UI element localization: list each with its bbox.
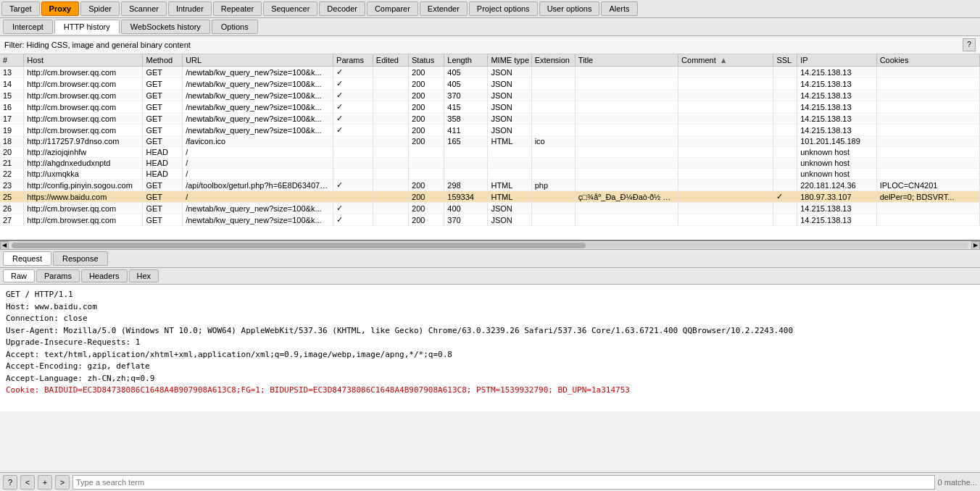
cell-title: [575, 147, 678, 158]
cell-cookies: [876, 169, 979, 180]
scroll-right-arrow[interactable]: ▶: [971, 241, 980, 250]
req-res-tab-response[interactable]: Response: [53, 251, 108, 266]
col-header-edited[interactable]: Edited: [373, 54, 408, 67]
cell-ssl: [773, 113, 797, 125]
table-row[interactable]: 23http://config.pinyin.sogou.comGET/api/…: [0, 180, 980, 191]
cell-num: 20: [0, 147, 24, 158]
col-header-ip[interactable]: IP: [797, 54, 876, 67]
col-header-cookies[interactable]: Cookies: [876, 54, 979, 67]
request-line: Connection: close: [6, 313, 974, 325]
table-row[interactable]: 18http://117257.97dnso.comGET/favicon.ic…: [0, 136, 980, 147]
col-header-length[interactable]: Length: [444, 54, 488, 67]
cell-cookies: [876, 147, 979, 158]
cell-host: http://cm.browser.qq.com: [24, 113, 143, 125]
inner-tab-params[interactable]: Params: [36, 269, 80, 282]
table-row[interactable]: 26http://cm.browser.qq.comGET/newtab/kw_…: [0, 203, 980, 214]
col-header-ssl[interactable]: SSL: [773, 54, 797, 67]
menu-tab-sequencer[interactable]: Sequencer: [263, 1, 317, 16]
cell-url: /newtab/kw_query_new?size=100&k...: [183, 101, 333, 113]
cell-cookies: [876, 78, 979, 90]
cell-ssl: ✓: [773, 191, 797, 203]
table-row[interactable]: 16http://cm.browser.qq.comGET/newtab/kw_…: [0, 101, 980, 113]
col-header-status[interactable]: Status: [409, 54, 444, 67]
cell-ip: 220.181.124.36: [797, 180, 876, 191]
cell-num: 23: [0, 180, 24, 191]
cell-comment: [678, 180, 773, 191]
col-header-url[interactable]: URL: [183, 54, 333, 67]
menu-tab-project-options[interactable]: Project options: [469, 1, 538, 16]
table-row[interactable]: 20http://aziojqinhfwHEAD/unknown host: [0, 147, 980, 158]
horizontal-scrollbar[interactable]: ◀ ▶: [0, 241, 980, 250]
cell-status: 200: [409, 136, 444, 147]
sub-tab-http-history[interactable]: HTTP history: [54, 20, 120, 34]
cell-url: /: [183, 158, 333, 169]
menu-tab-intruder[interactable]: Intruder: [168, 1, 212, 16]
filter-button[interactable]: ?: [963, 38, 976, 51]
col-header-method[interactable]: Method: [143, 54, 183, 67]
cell-ext: [531, 78, 575, 90]
menu-tab-extender[interactable]: Extender: [420, 1, 468, 16]
sub-tab-websockets-history[interactable]: WebSockets history: [121, 20, 210, 34]
col-header-title[interactable]: Title: [575, 54, 678, 67]
table-row[interactable]: 25https://www.baidu.comGET/200159334HTML…: [0, 191, 980, 203]
cell-title: [575, 203, 678, 214]
cell-cookies: [876, 158, 979, 169]
table-row[interactable]: 27http://cm.browser.qq.comGET/newtab/kw_…: [0, 214, 980, 226]
menu-tab-proxy[interactable]: Proxy: [41, 1, 80, 16]
table-row[interactable]: 17http://cm.browser.qq.comGET/newtab/kw_…: [0, 113, 980, 125]
inner-tab-hex[interactable]: Hex: [129, 269, 159, 282]
filter-text: Filter: Hiding CSS, image and general bi…: [4, 41, 963, 49]
cell-length: 400: [444, 203, 488, 214]
sub-tab-options[interactable]: Options: [212, 20, 258, 34]
scrollbar-track[interactable]: [12, 243, 968, 248]
request-line: Host: www.baidu.com: [6, 301, 974, 314]
cell-num: 25: [0, 191, 24, 203]
menu-tab-user-options[interactable]: User options: [539, 1, 600, 16]
cell-ssl: [773, 147, 797, 158]
col-header-params[interactable]: Params: [333, 54, 373, 67]
cell-cookies: [876, 67, 979, 78]
cell-method: GET: [143, 125, 183, 136]
menu-tab-repeater[interactable]: Repeater: [213, 1, 262, 16]
table-row[interactable]: 21http://ahgdnxedudxnptdHEAD/unknown hos…: [0, 158, 980, 169]
menu-tab-spider[interactable]: Spider: [80, 1, 120, 16]
cell-mime: JSON: [488, 90, 531, 101]
col-header-ext[interactable]: Extension: [531, 54, 575, 67]
cell-ip: 14.215.138.13: [797, 203, 876, 214]
table-row[interactable]: 14http://cm.browser.qq.comGET/newtab/kw_…: [0, 78, 980, 90]
request-line: GET / HTTP/1.1: [6, 289, 974, 301]
cell-title: [575, 180, 678, 191]
scroll-left-arrow[interactable]: ◀: [0, 241, 9, 250]
cell-title: ç□¾åº_Ða_Ð¼Ðaò·ð½ å°...: [575, 191, 678, 203]
cell-method: GET: [143, 214, 183, 226]
menu-tab-alerts[interactable]: Alerts: [601, 1, 637, 16]
col-header-comment[interactable]: Comment ▲: [678, 54, 773, 67]
menu-tab-scanner[interactable]: Scanner: [121, 1, 167, 16]
col-header-host[interactable]: Host: [24, 54, 143, 67]
cell-params: ✓: [333, 78, 373, 90]
table-row[interactable]: 15http://cm.browser.qq.comGET/newtab/kw_…: [0, 90, 980, 101]
table-row[interactable]: 19http://cm.browser.qq.comGET/newtab/kw_…: [0, 125, 980, 136]
cell-ext: [531, 169, 575, 180]
cell-edited: [373, 90, 408, 101]
col-header-num[interactable]: #: [0, 54, 24, 67]
cell-cookies: IPLOC=CN4201: [876, 180, 979, 191]
inner-tab-raw[interactable]: Raw: [3, 269, 35, 282]
table-row[interactable]: 13http://cm.browser.qq.comGET/newtab/kw_…: [0, 67, 980, 78]
inner-tab-headers[interactable]: Headers: [81, 269, 128, 282]
cell-status: 200: [409, 180, 444, 191]
req-res-tab-request[interactable]: Request: [3, 251, 51, 266]
scrollbar-thumb[interactable]: [12, 243, 586, 248]
col-header-mime[interactable]: MIME type: [488, 54, 531, 67]
menu-tab-comparer[interactable]: Comparer: [367, 1, 418, 16]
menu-tab-target[interactable]: Target: [1, 1, 40, 16]
request-body[interactable]: GET / HTTP/1.1Host: www.baidu.comConnect…: [0, 285, 980, 411]
menu-tab-decoder[interactable]: Decoder: [319, 1, 365, 16]
sub-tab-intercept[interactable]: Intercept: [3, 20, 53, 34]
cell-length: 405: [444, 67, 488, 78]
table-row[interactable]: 22http://uxmqkkaHEAD/unknown host: [0, 169, 980, 180]
cell-ssl: [773, 136, 797, 147]
cell-ip: 14.215.138.13: [797, 125, 876, 136]
cell-edited: [373, 113, 408, 125]
cell-edited: [373, 191, 408, 203]
